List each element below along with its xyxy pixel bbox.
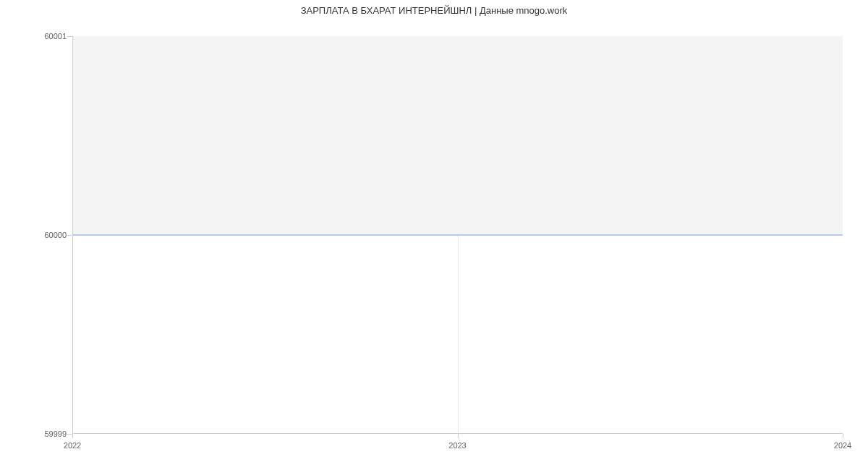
- y-tick-label: 60001: [44, 32, 67, 40]
- x-tick: [458, 434, 459, 438]
- y-tick-label: 59999: [44, 430, 67, 438]
- x-tick-label: 2024: [834, 441, 851, 450]
- x-tick: [843, 434, 843, 438]
- x-tick: [72, 434, 73, 438]
- plot-area: [72, 36, 843, 434]
- x-tick-label: 2023: [448, 441, 466, 450]
- y-tick: [67, 36, 72, 37]
- y-tick-label: 60000: [44, 231, 67, 239]
- chart-title: ЗАРПЛАТА В БХАРАТ ИНТЕРНЕЙШНЛ | Данные m…: [0, 5, 868, 16]
- x-tick-label: 2022: [64, 441, 81, 450]
- chart-container: ЗАРПЛАТА В БХАРАТ ИНТЕРНЕЙШНЛ | Данные m…: [0, 0, 868, 470]
- shaded-region: [72, 36, 843, 235]
- y-tick: [67, 434, 72, 435]
- y-tick: [67, 235, 72, 236]
- data-line: [72, 235, 843, 236]
